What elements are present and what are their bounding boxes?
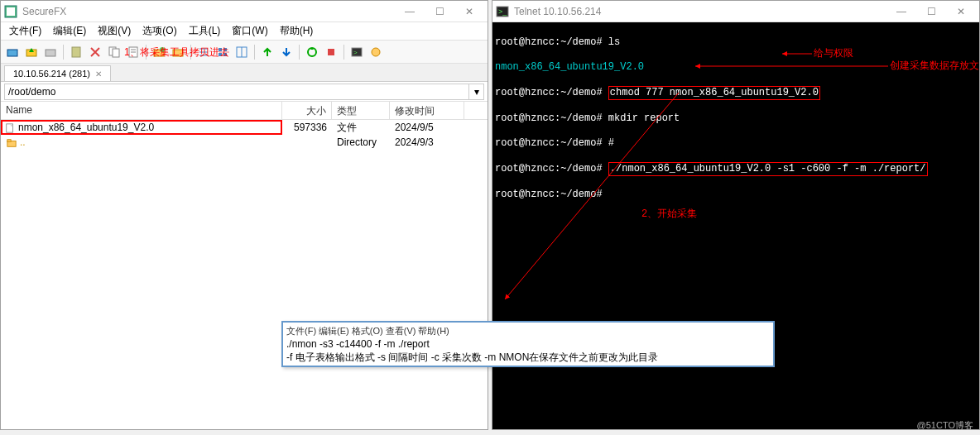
maximize-button[interactable]: ☐	[916, 2, 946, 22]
term-line: root@hzncc:~/demo# chmod 777 nmon_x86_64…	[495, 86, 977, 100]
tab-close-icon[interactable]: ✕	[95, 69, 102, 79]
menu-edit[interactable]: 编辑(E)	[48, 22, 91, 40]
tool-settings[interactable]	[368, 44, 384, 60]
tab-label: 10.10.56.214 (281)	[13, 69, 90, 79]
path-input[interactable]	[4, 84, 469, 100]
tabbar: 10.10.56.214 (281) ✕	[1, 64, 488, 82]
maximize-button[interactable]: ☐	[425, 2, 454, 22]
help-tooltip: 文件(F) 编辑(E) 格式(O) 查看(V) 帮助(H) ./nmon -s3…	[281, 321, 775, 367]
annotation-permission: 给与权限	[814, 48, 853, 60]
session-tab[interactable]: 10.10.56.214 (281) ✕	[4, 65, 111, 81]
file-type-cell: 文件	[332, 120, 390, 136]
file-date-cell: 2024/9/5	[390, 121, 464, 134]
term-line: root@hzncc:~/demo# ./nmon_x86_64_ubuntu1…	[495, 162, 977, 176]
terminal-app-icon: >_	[496, 5, 509, 18]
menu-view[interactable]: 视图(V)	[93, 22, 136, 40]
col-header-name[interactable]: Name	[1, 102, 282, 119]
term-line: root@hzncc:~/demo# ls	[495, 36, 977, 49]
left-title: SecureFX	[22, 6, 395, 17]
menu-window[interactable]: 窗口(W)	[227, 22, 272, 40]
right-titlebar: >_ Telnet 10.10.56.214 — ☐ ✕	[492, 1, 979, 22]
file-row[interactable]: .. Directory 2024/9/3	[1, 135, 488, 150]
folder-up-icon	[6, 138, 17, 148]
annotation-mkdir: 创建采集数据存放文件夹	[890, 60, 979, 73]
watermark: @51CTO博客	[917, 419, 973, 432]
tool-upload[interactable]	[259, 44, 276, 60]
file-list: Name 大小 类型 修改时间 nmon_x86_64_ubuntu19_V2.…	[1, 102, 488, 429]
svg-point-27	[372, 48, 380, 56]
toolbar: >	[1, 41, 488, 64]
tool-download[interactable]	[278, 44, 295, 60]
col-header-type[interactable]: 类型	[332, 102, 390, 119]
cmd-chmod: chmod 777 nmon_x86_64_ubuntu19_V2.0	[608, 86, 820, 100]
svg-rect-5	[72, 47, 80, 57]
file-size-cell: 597336	[282, 121, 332, 134]
menu-file[interactable]: 文件(F)	[4, 22, 46, 40]
close-button[interactable]: ✕	[454, 2, 484, 22]
term-line: root@hzncc:~/demo#	[495, 189, 977, 201]
svg-text:>_: >_	[498, 7, 507, 16]
tool-sync[interactable]	[304, 44, 320, 60]
svg-rect-7	[113, 49, 119, 57]
left-titlebar: SecureFX — ☐ ✕	[1, 1, 488, 22]
file-icon	[4, 123, 16, 133]
file-type-cell: Directory	[332, 136, 390, 149]
tool-view-tree[interactable]	[233, 44, 250, 60]
file-size-cell	[282, 141, 332, 143]
term-line: root@hzncc:~/demo# #	[495, 137, 977, 150]
svg-rect-24	[328, 49, 334, 55]
svg-rect-30	[7, 140, 11, 142]
svg-rect-2	[7, 50, 17, 56]
minimize-button[interactable]: —	[886, 2, 916, 22]
file-name-cell: ..	[1, 136, 282, 149]
svg-rect-4	[46, 50, 55, 56]
pathbar: ▾	[1, 82, 488, 102]
tool-stop[interactable]	[323, 44, 339, 60]
svg-text:>: >	[353, 49, 358, 56]
close-button[interactable]: ✕	[946, 2, 976, 22]
tool-delete[interactable]	[87, 44, 103, 60]
minimize-button[interactable]: —	[395, 2, 425, 22]
annotation-start: 2、开始采集	[641, 208, 697, 221]
tooltip-menu-fragment: 文件(F) 编辑(E) 格式(O) 查看(V) 帮助(H)	[286, 324, 770, 337]
file-row[interactable]: nmon_x86_64_ubuntu19_V2.0 597336 文件 2024…	[1, 120, 488, 135]
menu-help[interactable]: 帮助(H)	[275, 22, 319, 40]
file-date-cell: 2024/9/3	[390, 136, 464, 149]
file-list-header: Name 大小 类型 修改时间	[1, 102, 488, 120]
tool-quick-connect[interactable]	[23, 44, 40, 60]
file-name-cell: nmon_x86_64_ubuntu19_V2.0	[1, 120, 282, 135]
tool-paste[interactable]	[68, 44, 84, 60]
svg-rect-1	[7, 7, 15, 16]
menubar: 文件(F) 编辑(E) 视图(V) 选项(O) 工具(L) 窗口(W) 帮助(H…	[1, 22, 488, 41]
tool-copy[interactable]	[106, 44, 122, 60]
cmd-nmon-run: ./nmon_x86_64_ubuntu19_V2.0 -s1 -c600 -f…	[608, 162, 928, 176]
term-line: root@hzncc:~/demo# mkdir report	[495, 112, 977, 125]
terminal-output[interactable]: root@hzncc:~/demo# ls nmon_x86_64_ubuntu…	[492, 22, 979, 429]
path-dropdown-icon[interactable]: ▾	[469, 84, 484, 100]
tooltip-cmd-line: ./nmon -s3 -c14400 -f -m ./report	[286, 337, 770, 351]
menu-tools[interactable]: 工具(L)	[184, 22, 226, 40]
tooltip-explain-line: -f 电子表格输出格式 -s 间隔时间 -c 采集次数 -m NMON在保存文件…	[286, 351, 770, 364]
menu-options[interactable]: 选项(O)	[137, 22, 181, 40]
tool-connect[interactable]	[4, 44, 21, 60]
annotation-arrows	[492, 22, 979, 429]
col-header-date[interactable]: 修改时间	[390, 102, 464, 119]
tool-terminal[interactable]: >	[348, 44, 365, 60]
tool-reconnect[interactable]	[42, 44, 59, 60]
right-title: Telnet 10.10.56.214	[514, 6, 886, 17]
col-header-size[interactable]: 大小	[282, 102, 332, 119]
app-icon	[4, 5, 17, 18]
